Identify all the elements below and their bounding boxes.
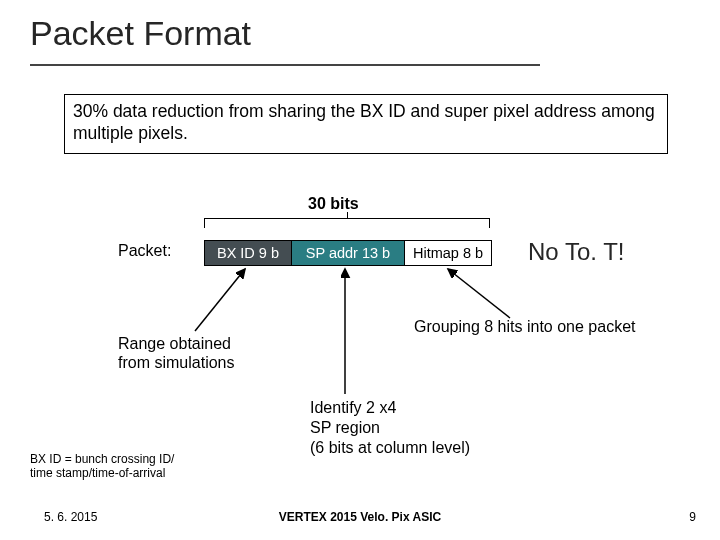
svg-line-2 xyxy=(448,269,510,318)
annotation-sp-l3: (6 bits at column level) xyxy=(310,439,470,456)
title-underline xyxy=(30,64,540,66)
total-bits-label: 30 bits xyxy=(308,195,359,213)
bx-id-definition: BX ID = bunch crossing ID/ time stamp/ti… xyxy=(30,452,174,481)
bits-bracket xyxy=(204,218,490,232)
annotation-range-l1: Range obtained xyxy=(118,335,231,352)
svg-line-0 xyxy=(195,269,245,331)
reduction-note-box: 30% data reduction from sharing the BX I… xyxy=(64,94,668,154)
annotation-sp-region-text: Identify 2 x4 SP region (6 bits at colum… xyxy=(310,398,470,458)
segment-hitmap: Hitmap 8 b xyxy=(404,241,491,265)
arrow-bx xyxy=(190,266,260,336)
packet-diagram: BX ID 9 b SP addr 13 b Hitmap 8 b xyxy=(204,240,492,266)
annotation-sp-l2: SP region xyxy=(310,419,380,436)
slide: Packet Format 30% data reduction from sh… xyxy=(0,0,720,540)
packet-label: Packet: xyxy=(118,242,171,260)
annotation-grouping-text: Grouping 8 hits into one packet xyxy=(414,318,635,336)
segment-bx-id: BX ID 9 b xyxy=(205,241,291,265)
annotation-sp-l1: Identify 2 x4 xyxy=(310,399,396,416)
bx-id-def-l2: time stamp/time-of-arrival xyxy=(30,466,165,480)
arrow-hitmap xyxy=(440,266,520,322)
slide-title: Packet Format xyxy=(30,14,251,53)
reduction-note-text: 30% data reduction from sharing the BX I… xyxy=(73,101,655,143)
annotation-range-text: Range obtained from simulations xyxy=(118,334,234,372)
annotation-range-l2: from simulations xyxy=(118,354,234,371)
bx-id-def-l1: BX ID = bunch crossing ID/ xyxy=(30,452,174,466)
footer-page-number: 9 xyxy=(689,510,696,524)
segment-sp-addr: SP addr 13 b xyxy=(291,241,404,265)
no-tot-callout: No To. T! xyxy=(528,238,625,266)
arrow-sp xyxy=(330,266,360,396)
footer-center: VERTEX 2015 Velo. Pix ASIC xyxy=(0,510,720,524)
